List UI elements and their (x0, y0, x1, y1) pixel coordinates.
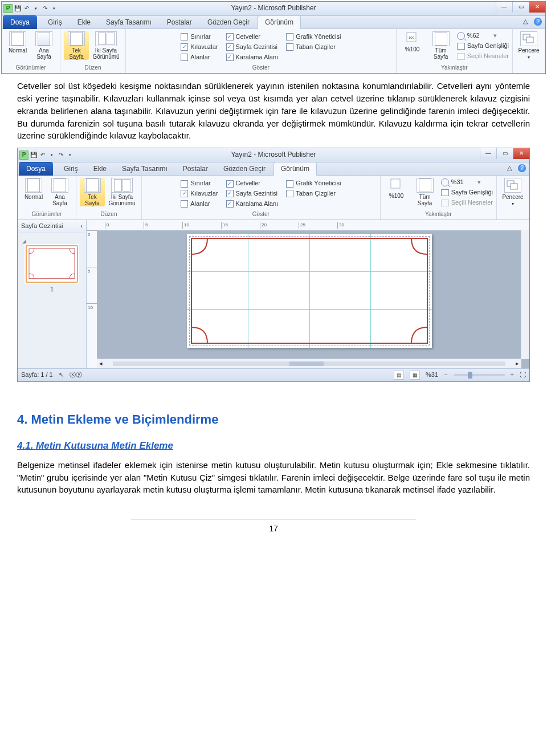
close-button[interactable]: ✕ (529, 2, 545, 13)
status-zoom[interactable]: %31 (426, 371, 438, 380)
undo-more-icon[interactable]: ▾ (32, 5, 40, 13)
chk-guides[interactable]: ✓Kılavuzlar (181, 43, 218, 52)
zoom-in-button[interactable]: + (511, 371, 514, 380)
zoom-fit-button[interactable]: ⛶ (520, 371, 526, 380)
chk-scratch-area[interactable]: ✓Karalama Alanı (226, 200, 279, 209)
tab-file[interactable]: Dosya (3, 15, 37, 29)
minimize-button[interactable]: — (496, 2, 512, 13)
page-sheet[interactable] (187, 234, 432, 348)
page-footer: 17 (131, 519, 416, 534)
collapse-ribbon-icon[interactable]: △ (521, 18, 529, 26)
normal-view-button[interactable]: Normal (21, 178, 46, 200)
master-page-button[interactable]: AnaSayfa (31, 31, 56, 60)
tab-insert[interactable]: Ekle (86, 162, 114, 176)
collapse-ribbon-icon[interactable]: △ (505, 164, 513, 172)
page-border-art (190, 237, 428, 344)
publisher-window-2: P 💾 ↶ ▾ ↷ ▾ Yayın2 - Microsoft Publisher… (17, 148, 530, 382)
horizontal-scrollbar[interactable]: ◂▸ (97, 359, 521, 368)
single-page-button[interactable]: TekSayfa (80, 178, 105, 206)
group-layout: TekSayfa İki SayfaGörünümü Düzen (60, 29, 126, 73)
tab-view[interactable]: Görünüm (274, 162, 317, 176)
vertical-ruler[interactable]: 0510 (87, 230, 97, 368)
chk-page-navigation[interactable]: ✓Sayfa Gezintisi (226, 43, 279, 52)
tab-file[interactable]: Dosya (19, 162, 53, 176)
tab-insert[interactable]: Ekle (70, 15, 98, 29)
tab-page-design[interactable]: Sayfa Tasarımı (115, 162, 175, 176)
undo-icon[interactable]: ↶ (23, 5, 31, 13)
help-icon[interactable]: ? (518, 164, 526, 172)
chk-fields[interactable]: Alanlar (181, 53, 218, 62)
single-page-button[interactable]: TekSayfa (64, 31, 89, 60)
zoom-percent-dropdown[interactable]: %62▾ (457, 31, 509, 40)
selected-objects-button: Seçili Nesneler (441, 198, 493, 208)
chk-rulers[interactable]: ✓Cetveller (226, 32, 279, 42)
tab-page-design[interactable]: Sayfa Tasarımı (99, 15, 159, 29)
chk-boundaries[interactable]: Sınırlar (181, 32, 218, 42)
two-page-spread-button[interactable]: İki SayfaGörünümü (90, 31, 122, 60)
status-xy-icon: ⓧⓨ (70, 371, 82, 380)
qat-customize-icon[interactable]: ▾ (66, 151, 74, 159)
collapse-nav-icon[interactable]: ‹ (80, 222, 83, 231)
view-master-icon[interactable]: ▦ (410, 371, 420, 380)
tab-mailings[interactable]: Postalar (175, 162, 215, 176)
chk-baselines[interactable]: Taban Çizgiler (286, 43, 341, 52)
redo-icon[interactable]: ↷ (57, 151, 65, 159)
window-title: Yayın2 - Microsoft Publisher (18, 150, 529, 160)
tab-home[interactable]: Giriş (40, 15, 70, 29)
tab-review[interactable]: Gözden Geçir (216, 162, 273, 176)
zoom-out-button[interactable]: − (444, 371, 447, 380)
titlebar-2: P 💾 ↶ ▾ ↷ ▾ Yayın2 - Microsoft Publisher… (18, 148, 529, 162)
chk-rulers[interactable]: ✓Cetveller (226, 179, 279, 188)
master-page-button[interactable]: AnaSayfa (47, 178, 72, 206)
canvas[interactable] (97, 230, 521, 358)
chk-boundaries[interactable]: Sınırlar (181, 179, 218, 188)
status-page: Sayfa: 1 / 1 (21, 371, 53, 380)
group-label-layout: Düzen (64, 62, 122, 72)
group-show: Sınırlar ✓Kılavuzlar Alanlar ✓Cetveller … (126, 29, 397, 73)
page-width-button[interactable]: Sayfa Genişliği (441, 188, 493, 197)
help-icon[interactable]: ? (534, 18, 542, 26)
window-button[interactable]: Pencere▾ (500, 178, 525, 207)
maximize-button[interactable]: ▭ (496, 148, 513, 159)
tab-view[interactable]: Görünüm (258, 15, 301, 29)
page-thumbnail-1[interactable] (26, 245, 78, 283)
vertical-scrollbar[interactable] (521, 230, 529, 359)
chk-graphics-manager[interactable]: Grafik Yöneticisi (286, 179, 341, 188)
window-button[interactable]: Pencere▾ (516, 31, 541, 60)
horizontal-ruler[interactable]: 051015202530 (87, 220, 529, 231)
minimize-button[interactable]: — (480, 148, 496, 159)
status-cursor-icon: ↖ (59, 371, 64, 380)
zoom-slider[interactable] (454, 374, 505, 376)
zoom-100-button[interactable]: %100 (384, 178, 409, 199)
chk-baselines[interactable]: Taban Çizgiler (286, 189, 341, 198)
maximize-button[interactable]: ▭ (512, 2, 529, 13)
two-page-spread-button[interactable]: İki SayfaGörünümü (106, 178, 138, 206)
chk-guides[interactable]: ✓Kılavuzlar (181, 189, 218, 198)
zoom-100-button[interactable]: 100%100 (400, 31, 425, 52)
page-width-button[interactable]: Sayfa Genişliği (457, 42, 509, 51)
chk-graphics-manager[interactable]: Grafik Yöneticisi (286, 32, 341, 42)
view-normal-icon[interactable]: ▤ (394, 371, 404, 380)
save-icon[interactable]: 💾 (14, 5, 22, 13)
whole-page-button[interactable]: TümSayfa (413, 178, 438, 206)
window-title: Yayın2 - Microsoft Publisher (2, 3, 545, 13)
page-navigation-pane: Sayfa Gezintisi ‹ ◢ 1 (18, 220, 87, 368)
tab-home[interactable]: Giriş (56, 162, 85, 176)
whole-page-button[interactable]: TümSayfa (428, 31, 454, 60)
redo-icon[interactable]: ↷ (41, 5, 49, 13)
normal-view-button[interactable]: Normal (5, 31, 30, 54)
thumbnail-number: 1 (50, 285, 54, 294)
chk-scratch-area[interactable]: ✓Karalama Alanı (226, 53, 279, 62)
tab-review[interactable]: Gözden Geçir (200, 15, 257, 29)
chk-page-navigation[interactable]: ✓Sayfa Gezintisi (226, 189, 279, 198)
group-label-views: Görünümler (5, 62, 56, 72)
close-button[interactable]: ✕ (513, 148, 529, 159)
tab-mailings[interactable]: Postalar (160, 15, 199, 29)
undo-icon[interactable]: ↶ (39, 151, 47, 159)
group-label-layout: Düzen (80, 209, 138, 219)
undo-more-icon[interactable]: ▾ (48, 151, 56, 159)
zoom-percent-dropdown[interactable]: %31▾ (441, 178, 493, 187)
save-icon[interactable]: 💾 (30, 151, 38, 159)
chk-fields[interactable]: Alanlar (181, 200, 218, 209)
qat-customize-icon[interactable]: ▾ (50, 5, 58, 13)
